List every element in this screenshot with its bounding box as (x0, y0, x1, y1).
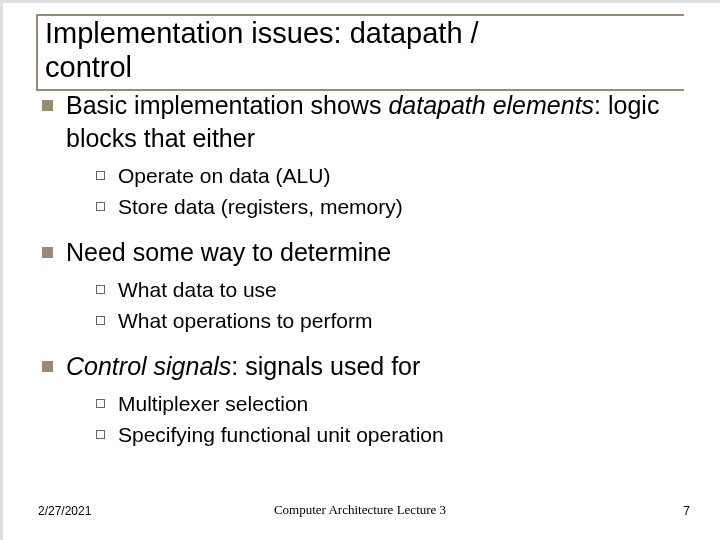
slide-title: Implementation issues: datapath / contro… (45, 16, 479, 84)
sub-bullet-text: Specifying functional unit operation (118, 420, 444, 449)
title-line-2: control (45, 51, 132, 83)
bullet-item: Control signals: signals used for (42, 350, 682, 383)
sub-bullet-item: Store data (registers, memory) (96, 192, 682, 221)
sub-bullet-group: Multiplexer selection Specifying functio… (96, 389, 682, 450)
sub-bullet-item: What data to use (96, 275, 682, 304)
hollow-square-icon (96, 430, 105, 439)
sub-bullet-group: What data to use What operations to perf… (96, 275, 682, 336)
bullet-text-pre: Basic implementation shows (66, 91, 388, 119)
hollow-square-icon (96, 399, 105, 408)
bullet-text-em: datapath elements (388, 91, 594, 119)
sub-bullet-item: What operations to perform (96, 306, 682, 335)
bullet-text: Need some way to determine (66, 236, 391, 269)
top-accent (0, 0, 720, 3)
title-rule-left (36, 14, 38, 91)
hollow-square-icon (96, 202, 105, 211)
hollow-square-icon (96, 316, 105, 325)
footer-page-number: 7 (683, 504, 690, 518)
bullet-text: Control signals: signals used for (66, 350, 420, 383)
bullet-text-em: Control signals (66, 352, 231, 380)
sub-bullet-text: What operations to perform (118, 306, 372, 335)
bullet-text-post: : signals used for (231, 352, 420, 380)
sub-bullet-text: Store data (registers, memory) (118, 192, 403, 221)
sub-bullet-item: Operate on data (ALU) (96, 161, 682, 190)
hollow-square-icon (96, 285, 105, 294)
sub-bullet-text: What data to use (118, 275, 277, 304)
slide: Implementation issues: datapath / contro… (0, 0, 720, 540)
square-bullet-icon (42, 100, 53, 111)
bullet-item: Basic implementation shows datapath elem… (42, 89, 682, 155)
sub-bullet-item: Multiplexer selection (96, 389, 682, 418)
bullet-text-pre: Need some way to determine (66, 238, 391, 266)
square-bullet-icon (42, 361, 53, 372)
footer-title: Computer Architecture Lecture 3 (0, 502, 720, 518)
slide-body: Basic implementation shows datapath elem… (42, 89, 682, 463)
bullet-item: Need some way to determine (42, 236, 682, 269)
sub-bullet-text: Operate on data (ALU) (118, 161, 330, 190)
left-accent (0, 0, 3, 540)
sub-bullet-item: Specifying functional unit operation (96, 420, 682, 449)
sub-bullet-text: Multiplexer selection (118, 389, 308, 418)
bullet-text: Basic implementation shows datapath elem… (66, 89, 682, 155)
title-line-1: Implementation issues: datapath / (45, 17, 479, 49)
square-bullet-icon (42, 247, 53, 258)
hollow-square-icon (96, 171, 105, 180)
sub-bullet-group: Operate on data (ALU) Store data (regist… (96, 161, 682, 222)
